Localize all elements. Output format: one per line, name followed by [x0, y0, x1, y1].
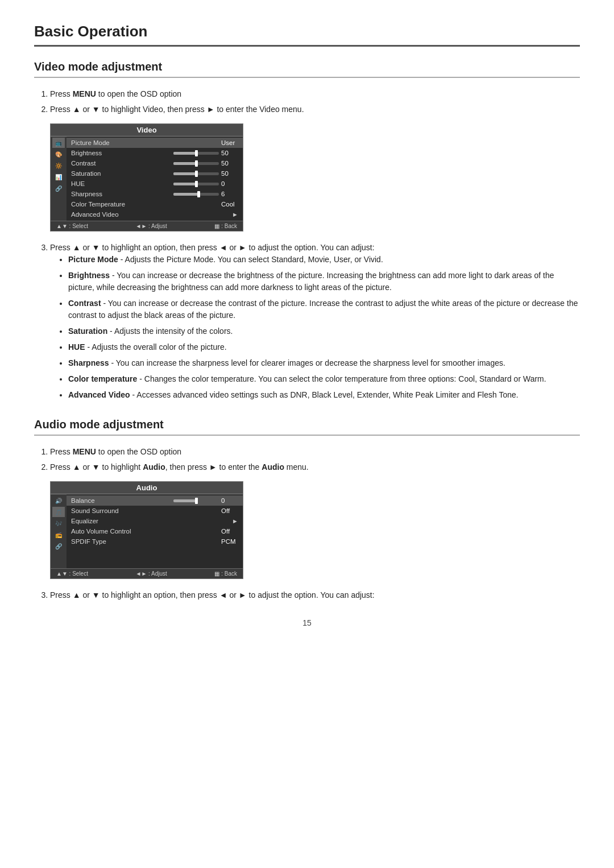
video-menu-rows: Picture Mode User Brightness 50 — [67, 137, 243, 221]
audio-icon-3: 🎶 — [52, 518, 65, 528]
video-steps-list: Press MENU to open the OSD option Press … — [50, 88, 580, 115]
video-row-sharpness: Sharpness 6 — [67, 189, 243, 199]
audio-icon-1: 🔊 — [52, 495, 65, 506]
video-bullet-color-temp: Color temperature - Changes the color te… — [68, 373, 580, 385]
video-footer-adjust: ◄► : Adjust — [135, 223, 167, 229]
video-step-2: Press ▲ or ▼ to highlight Video, then pr… — [50, 104, 580, 115]
audio-row-empty2 — [67, 557, 243, 567]
page-number: 15 — [34, 618, 580, 627]
audio-step-2: Press ▲ or ▼ to highlight Audio, then pr… — [50, 461, 580, 473]
video-step-1: Press MENU to open the OSD option — [50, 88, 580, 100]
video-step3-list: Press ▲ or ▼ to highlight an option, the… — [50, 242, 580, 401]
video-bullet-advanced: Advanced Video - Accesses advanced video… — [68, 389, 580, 401]
video-icon-1: 📺 — [52, 138, 65, 148]
audio-menu-screenshot: Audio 🔊 🎵 🎶 📻 🔗 Balance — [50, 481, 243, 579]
video-icon-5: 🔗 — [52, 183, 65, 193]
audio-step3-list: Press ▲ or ▼ to highlight an option, the… — [50, 589, 580, 601]
audio-step-1: Press MENU to open the OSD option — [50, 446, 580, 458]
audio-row-spdif: SPDIF Type PCM — [67, 536, 243, 547]
video-row-saturation: Saturation 50 — [67, 168, 243, 179]
video-step-3: Press ▲ or ▼ to highlight an option, the… — [50, 242, 580, 401]
audio-menu-keyword: MENU — [73, 447, 96, 456]
video-bullet-contrast: Contrast - You can increase or decrease … — [68, 297, 580, 321]
video-bullets: Picture Mode - Adjusts the Picture Mode.… — [68, 254, 580, 401]
audio-menu-body: 🔊 🎵 🎶 📻 🔗 Balance 0 — [51, 494, 243, 568]
audio-section-title: Audio mode adjustment — [34, 418, 580, 436]
audio-footer-back: ▦ : Back — [214, 571, 237, 577]
audio-menu-title: Audio — [51, 482, 243, 494]
audio-icon-2: 🎵 — [52, 507, 65, 517]
video-bullet-saturation: Saturation - Adjusts the intensity of th… — [68, 325, 580, 337]
video-bullet-hue: HUE - Adjusts the overall color of the p… — [68, 341, 580, 353]
video-row-picture-mode: Picture Mode User — [67, 138, 243, 148]
video-row-hue: HUE 0 — [67, 179, 243, 189]
video-menu-footer: ▲▼ : Select ◄► : Adjust ▦ : Back — [51, 221, 243, 231]
video-row-advanced: Advanced Video ► — [67, 209, 243, 220]
audio-footer-navigate: ▲▼ : Select — [56, 571, 88, 577]
audio-row-auto-volume: Auto Volume Control Off — [67, 526, 243, 536]
audio-menu-icons: 🔊 🎵 🎶 📻 🔗 — [51, 494, 67, 568]
video-row-color-temp: Color Temperature Cool — [67, 199, 243, 209]
video-footer-back: ▦ : Back — [214, 223, 237, 229]
video-section-title: Video mode adjustment — [34, 60, 580, 78]
audio-row-sound-surround: Sound Surround Off — [67, 506, 243, 516]
video-footer-navigate: ▲▼ : Select — [56, 223, 88, 229]
audio-menu-rows: Balance 0 Sound Surround Off — [67, 494, 243, 568]
video-bullet-sharpness: Sharpness - You can increase the sharpne… — [68, 357, 580, 369]
audio-row-equalizer: Equalizer ► — [67, 516, 243, 526]
audio-icon-4: 📻 — [52, 530, 65, 540]
video-menu-icons: 📺 🎨 🔆 📊 🔗 — [51, 137, 67, 221]
audio-steps-list: Press MENU to open the OSD option Press … — [50, 446, 580, 473]
audio-section: Audio mode adjustment Press MENU to open… — [34, 418, 580, 601]
audio-menu-footer: ▲▼ : Select ◄► : Adjust ▦ : Back — [51, 568, 243, 578]
video-menu-title: Video — [51, 124, 243, 137]
video-section: Video mode adjustment Press MENU to open… — [34, 60, 580, 401]
video-menu-body: 📺 🎨 🔆 📊 🔗 Picture Mode User Brightness — [51, 137, 243, 221]
video-bullet-brightness: Brightness - You can increase or decreas… — [68, 270, 580, 294]
video-icon-3: 🔆 — [52, 160, 65, 171]
video-icon-2: 🎨 — [52, 149, 65, 159]
audio-icon-5: 🔗 — [52, 541, 65, 551]
video-bullet-picture-mode: Picture Mode - Adjusts the Picture Mode.… — [68, 254, 580, 266]
video-row-brightness: Brightness 50 — [67, 148, 243, 158]
audio-footer-adjust: ◄► : Adjust — [135, 571, 167, 577]
video-icon-4: 📊 — [52, 172, 65, 182]
menu-keyword-1: MENU — [73, 89, 96, 98]
video-row-contrast: Contrast 50 — [67, 158, 243, 168]
audio-row-empty1 — [67, 547, 243, 557]
page-title: Basic Operation — [34, 23, 580, 47]
audio-row-balance: Balance 0 — [67, 495, 243, 506]
audio-step-3: Press ▲ or ▼ to highlight an option, the… — [50, 589, 580, 601]
video-menu-screenshot: Video 📺 🎨 🔆 📊 🔗 Picture Mode User Bright… — [50, 123, 243, 232]
